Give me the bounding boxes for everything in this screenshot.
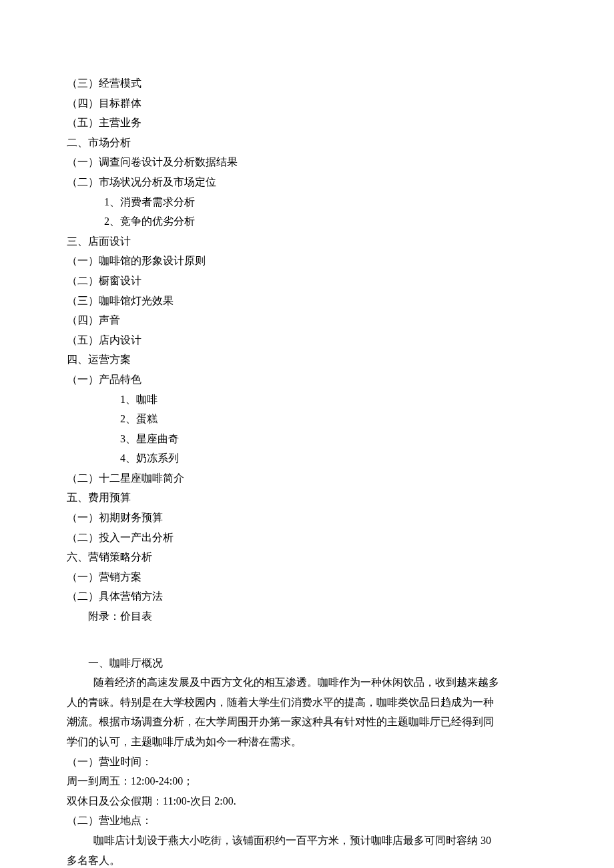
outline-item: （三）咖啡馆灯光效果 xyxy=(67,291,547,311)
outline-subitem: 3、星座曲奇 xyxy=(67,429,547,449)
outline-item: （二）市场状况分析及市场定位 xyxy=(67,172,547,192)
body-text: 周一到周五：12:00-24:00； xyxy=(67,771,547,791)
outline-subitem: 1、咖啡 xyxy=(67,390,547,410)
outline-item: （一）产品特色 xyxy=(67,370,547,390)
subsection-heading: （二）营业地点： xyxy=(67,811,547,831)
outline-item: 六、营销策略分析 xyxy=(67,547,547,567)
outline-subitem: 4、奶冻系列 xyxy=(67,448,547,468)
outline-subitem: 1、消费者需求分析 xyxy=(67,192,547,212)
outline-appendix: 附录：价目表 xyxy=(67,606,547,626)
body-text: 多名客人。 xyxy=(67,851,547,868)
section-heading: 一、咖啡厅概况 xyxy=(67,653,547,673)
outline-item: （三）经营模式 xyxy=(67,73,547,93)
outline-item: （二）橱窗设计 xyxy=(67,271,547,291)
outline-item: 三、店面设计 xyxy=(67,232,547,252)
document-body: （三）经营模式 （四）目标群体 （五）主营业务 二、市场分析 （一）调查问卷设计… xyxy=(67,73,547,868)
body-text: 双休日及公众假期：11:00-次日 2:00. xyxy=(67,791,547,811)
outline-item: （五）店内设计 xyxy=(67,330,547,350)
body-text: 咖啡店计划设于燕大小吃街，该铺面积约一百平方米，预计咖啡店最多可同时容纳 30 xyxy=(67,831,547,851)
outline-item: （二）投入一产出分析 xyxy=(67,528,547,548)
outline-item: （一）咖啡馆的形象设计原则 xyxy=(67,251,547,271)
outline-item: 四、运营方案 xyxy=(67,350,547,370)
outline-subitem: 2、蛋糕 xyxy=(67,409,547,429)
outline-item: （五）主营业务 xyxy=(67,113,547,133)
outline-item: 五、费用预算 xyxy=(67,488,547,508)
paragraph-line: 学们的认可，主题咖啡厅成为如今一种潜在需求。 xyxy=(67,732,547,752)
paragraph-line: 人的青睐。特别是在大学校园内，随着大学生们消费水平的提高，咖啡类饮品日趋成为一种 xyxy=(67,693,547,713)
outline-item: （四）目标群体 xyxy=(67,93,547,113)
outline-item: 二、市场分析 xyxy=(67,133,547,153)
outline-subitem: 2、竞争的优劣分析 xyxy=(67,211,547,232)
outline-item: （二）具体营销方法 xyxy=(67,586,547,606)
outline-item: （一）调查问卷设计及分析数据结果 xyxy=(67,152,547,172)
subsection-heading: （一）营业时间： xyxy=(67,752,547,772)
paragraph-line: 潮流。根据市场调查分析，在大学周围开办第一家这种具有针对性的主题咖啡厅已经得到同 xyxy=(67,712,547,732)
outline-item: （一）初期财务预算 xyxy=(67,508,547,528)
outline-item: （一）营销方案 xyxy=(67,567,547,587)
paragraph-line: 随着经济的高速发展及中西方文化的相互渗透。咖啡作为一种休闲饮品，收到越来越多 xyxy=(67,673,547,693)
section-spacer xyxy=(67,626,547,653)
outline-item: （四）声音 xyxy=(67,310,547,330)
outline-item: （二）十二星座咖啡简介 xyxy=(67,468,547,488)
